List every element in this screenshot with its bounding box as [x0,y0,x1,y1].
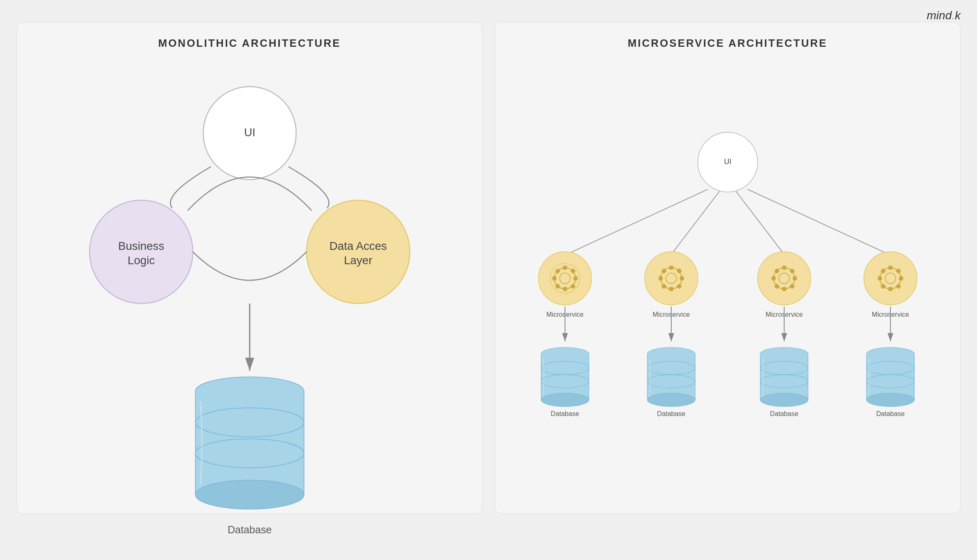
svg-text:Database: Database [657,410,685,417]
svg-point-64 [885,273,896,283]
svg-text:Logic: Logic [128,254,155,266]
svg-rect-44 [659,276,663,280]
monolithic-title: MONOLITHIC ARCHITECTURE [158,37,341,50]
svg-line-22 [671,191,719,254]
svg-rect-56 [771,276,776,280]
svg-rect-55 [793,276,797,280]
microservice-title: MICROSERVICE ARCHITECTURE [628,37,828,50]
svg-rect-31 [573,276,577,280]
svg-text:Data Acces: Data Acces [329,239,387,252]
svg-line-21 [565,189,707,255]
svg-rect-43 [680,276,684,280]
svg-rect-41 [669,265,673,270]
svg-rect-65 [888,265,892,270]
microservice-diagram: UI [495,50,960,514]
svg-point-90 [647,393,695,406]
svg-rect-53 [782,265,786,270]
svg-line-23 [736,191,784,254]
svg-text:Database: Database [227,524,272,535]
svg-rect-29 [563,265,567,270]
svg-line-24 [748,189,890,255]
svg-text:Database: Database [876,410,904,417]
monolithic-diagram: UI Business Logic Data Acces Layer [17,50,482,560]
svg-text:Database: Database [551,410,579,417]
microservice-panel: MICROSERVICE ARCHITECTURE UI [495,22,961,514]
svg-point-98 [760,393,808,406]
svg-rect-66 [888,287,892,291]
svg-text:UI: UI [244,126,255,138]
svg-point-40 [666,273,676,283]
svg-text:Business: Business [118,239,164,252]
svg-rect-32 [552,276,556,280]
main-container: MONOLITHIC ARCHITECTURE UI Business Logi… [17,22,961,539]
svg-rect-30 [563,287,567,291]
svg-point-14 [195,480,304,509]
svg-rect-68 [878,276,882,280]
svg-point-82 [541,393,589,406]
svg-rect-54 [782,287,786,291]
svg-point-52 [779,273,789,283]
svg-text:Database: Database [770,410,798,417]
svg-text:Layer: Layer [344,254,372,266]
svg-rect-67 [899,276,903,280]
monolithic-panel: MONOLITHIC ARCHITECTURE UI Business Logi… [17,22,483,514]
svg-point-106 [866,393,914,406]
svg-text:UI: UI [724,157,731,165]
svg-rect-42 [669,287,673,291]
svg-point-28 [560,273,570,283]
logo: mind.k [927,9,961,22]
